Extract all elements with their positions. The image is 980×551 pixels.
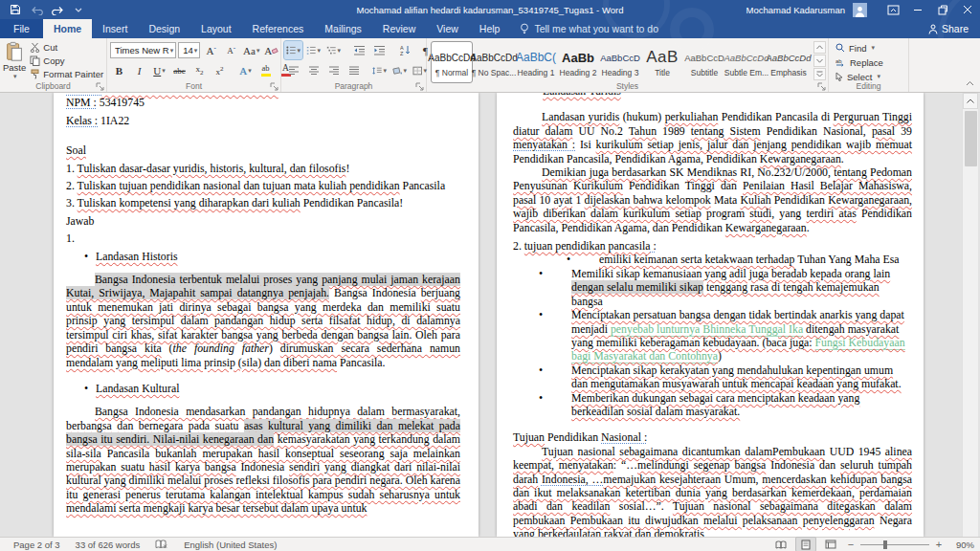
doc-paragraph[interactable]: emiliki keimanan serta ketakwaan terhada… bbox=[513, 253, 912, 266]
web-layout-button[interactable] bbox=[821, 538, 840, 551]
user-avatar[interactable] bbox=[853, 3, 867, 17]
styles-scroll-down-icon[interactable] bbox=[813, 55, 826, 67]
tab-references[interactable]: References bbox=[242, 19, 315, 38]
page-2[interactable]: Landasan YuridisLandasan yuridis (hukum)… bbox=[497, 93, 924, 537]
grow-font-button[interactable]: Aˆ bbox=[202, 41, 220, 59]
doc-paragraph[interactable]: Bangsa Indonesia terbentuk melalui prose… bbox=[66, 273, 460, 369]
tab-mailings[interactable]: Mailings bbox=[314, 19, 372, 38]
signed-in-user[interactable]: Mochamad Kadarusman bbox=[746, 5, 846, 15]
find-button[interactable]: Find▾ bbox=[835, 41, 905, 55]
page-1[interactable]: Nama : Mochamad alifian hedardi kadarusm… bbox=[54, 93, 479, 537]
style-tile-title[interactable]: AaBTitle bbox=[642, 42, 682, 82]
print-layout-button[interactable] bbox=[796, 538, 815, 551]
strikethrough-button[interactable]: abc bbox=[170, 61, 189, 79]
text-effects-button[interactable]: A▾ bbox=[236, 61, 255, 79]
tab-review[interactable]: Review bbox=[372, 19, 426, 38]
clear-formatting-button[interactable]: A bbox=[262, 41, 280, 59]
doc-paragraph[interactable]: Jawab bbox=[66, 214, 460, 228]
page-indicator[interactable]: Page 2 of 3 bbox=[6, 540, 68, 550]
zoom-slider[interactable]: − + bbox=[846, 539, 944, 550]
customize-qat-icon[interactable] bbox=[71, 2, 86, 17]
style-tile-heading-1[interactable]: AaBbC(Heading 1 bbox=[516, 42, 556, 82]
align-center-button[interactable] bbox=[304, 61, 323, 79]
line-spacing-button[interactable]: ▾ bbox=[370, 61, 389, 79]
doc-paragraph[interactable]: Landasan yuridis (hukum) perkuliahan Pen… bbox=[513, 110, 912, 165]
paste-button[interactable]: Paste ▾ bbox=[3, 41, 26, 80]
share-button[interactable]: Share bbox=[917, 19, 980, 38]
format-painter-button[interactable]: Format Painter bbox=[30, 68, 103, 80]
doc-paragraph[interactable] bbox=[66, 395, 460, 405]
doc-paragraph[interactable]: 2. tujuan pendidikan pancasila : bbox=[513, 239, 912, 253]
tab-home[interactable]: Home bbox=[43, 19, 92, 38]
style-tile--no-spac-[interactable]: AaBbCcDd¶ No Spac... bbox=[474, 42, 514, 82]
minimize-button[interactable] bbox=[905, 0, 930, 19]
doc-paragraph[interactable] bbox=[66, 369, 460, 382]
font-size-combobox[interactable]: 14 ▾ bbox=[178, 42, 200, 58]
decrease-indent-button[interactable] bbox=[350, 41, 368, 59]
bullets-button[interactable]: ▾ bbox=[284, 41, 302, 59]
redo-icon[interactable] bbox=[50, 2, 65, 17]
save-icon[interactable] bbox=[8, 2, 23, 17]
hyperlink[interactable]: penyebab lunturnya Bhinneka Tunggal Ika bbox=[611, 322, 803, 337]
clipboard-dialog-launcher-icon[interactable] bbox=[96, 82, 104, 91]
superscript-button[interactable]: x2 bbox=[211, 61, 229, 79]
doc-paragraph[interactable]: 1. bbox=[66, 231, 460, 245]
copy-button[interactable]: Copy bbox=[30, 55, 103, 67]
multilevel-list-button[interactable]: ▾ bbox=[324, 41, 343, 59]
subscript-button[interactable]: x2 bbox=[190, 61, 209, 79]
styles-scroll-up-icon[interactable] bbox=[813, 41, 826, 54]
cut-button[interactable]: Cut bbox=[30, 41, 103, 54]
font-dialog-launcher-icon[interactable] bbox=[270, 82, 278, 91]
proofing-status[interactable] bbox=[147, 540, 176, 549]
shading-button[interactable]: ▾ bbox=[390, 61, 409, 79]
style-tile-emphasis[interactable]: AaBbCcDdEmphasis bbox=[768, 42, 809, 82]
language-indicator[interactable]: English (United States) bbox=[176, 540, 284, 550]
vertical-scrollbar[interactable] bbox=[962, 93, 978, 537]
paste-dropdown-caret[interactable]: ▾ bbox=[13, 73, 17, 80]
align-right-button[interactable] bbox=[324, 61, 343, 79]
tell-me-box[interactable]: Tell me what you want to do bbox=[510, 19, 668, 38]
doc-paragraph[interactable]: Memberikan dukungan sebagai cara mencipt… bbox=[513, 391, 912, 419]
close-button[interactable] bbox=[955, 0, 980, 19]
tab-help[interactable]: Help bbox=[469, 19, 511, 38]
doc-paragraph[interactable]: NPM : 53419745 bbox=[66, 96, 460, 109]
tab-design[interactable]: Design bbox=[138, 19, 190, 38]
zoom-in-icon[interactable]: + bbox=[934, 539, 944, 550]
tab-insert[interactable]: Insert bbox=[92, 19, 138, 38]
restore-button[interactable] bbox=[930, 0, 955, 19]
justify-button[interactable] bbox=[345, 61, 363, 79]
doc-paragraph[interactable]: 3. Tuliskan kompetensi yang diharapkan d… bbox=[66, 196, 460, 209]
zoom-slider-thumb[interactable] bbox=[883, 540, 887, 549]
change-case-button[interactable]: Aa▾ bbox=[242, 41, 260, 59]
tab-file[interactable]: File bbox=[0, 19, 43, 38]
styles-gallery-more-icon[interactable] bbox=[813, 68, 826, 80]
style-tile-subtitle[interactable]: AaBbCcDSubtitle bbox=[684, 42, 724, 82]
doc-paragraph[interactable]: Bangsa Indonesia mendasarkan pandangan h… bbox=[66, 405, 460, 515]
doc-paragraph[interactable] bbox=[66, 263, 460, 273]
align-left-button[interactable] bbox=[284, 61, 302, 79]
styles-dialog-launcher-icon[interactable] bbox=[817, 82, 826, 91]
underline-button[interactable]: U▾ bbox=[150, 61, 168, 79]
doc-paragraph[interactable]: 2. Tuliskan tujuan pendidikan nasional d… bbox=[66, 179, 460, 192]
increase-indent-button[interactable] bbox=[370, 41, 389, 59]
numbering-button[interactable]: ▾ bbox=[304, 41, 323, 59]
style-tile-heading-2[interactable]: AaBbHeading 2 bbox=[558, 42, 598, 82]
doc-paragraph[interactable]: Tujuan Pendidikan Nasional : bbox=[513, 430, 912, 444]
style-tile-heading-3[interactable]: AaBbCcDHeading 3 bbox=[600, 42, 640, 82]
bold-button[interactable]: B bbox=[110, 61, 128, 79]
doc-paragraph[interactable]: Demikian juga berdasarkan SK Mendiknas R… bbox=[513, 165, 912, 234]
tab-layout[interactable]: Layout bbox=[190, 19, 242, 38]
zoom-level[interactable]: 90% bbox=[949, 540, 974, 550]
ribbon-display-options-button[interactable] bbox=[880, 0, 905, 19]
collapse-ribbon-icon[interactable] bbox=[966, 73, 974, 90]
sort-button[interactable]: AZ bbox=[396, 41, 414, 59]
font-family-combobox[interactable]: Times New R ▾ bbox=[110, 42, 176, 58]
doc-paragraph[interactable]: Landasan Kultural bbox=[66, 382, 460, 395]
text-highlight-button[interactable]: ab bbox=[256, 61, 275, 79]
zoom-slider-track[interactable] bbox=[860, 544, 929, 545]
italic-button[interactable]: I bbox=[130, 61, 148, 79]
doc-paragraph[interactable]: Soal bbox=[66, 143, 460, 157]
doc-paragraph[interactable]: Kelas : 1IA22 bbox=[66, 114, 460, 127]
doc-paragraph[interactable]: Landasan Yuridis bbox=[513, 93, 912, 98]
scroll-up-icon[interactable] bbox=[963, 93, 978, 109]
